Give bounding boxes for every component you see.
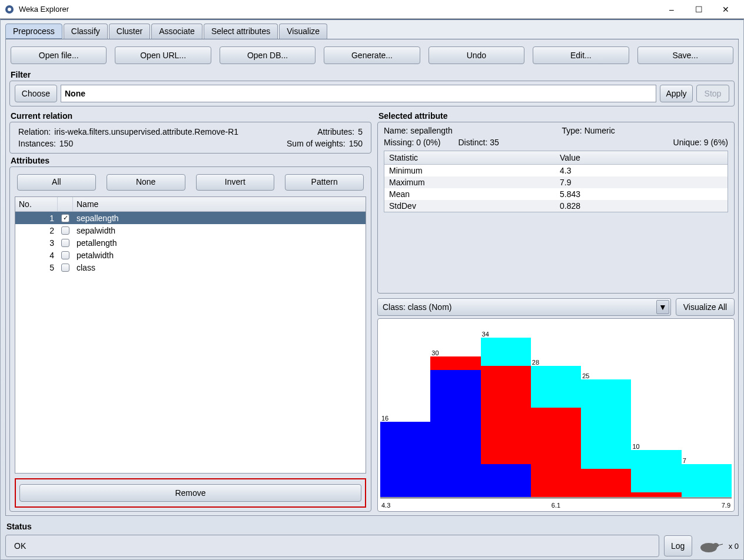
attributes-panel: All None Invert Pattern No. Name 1✓sepal… (9, 166, 371, 512)
histogram-bin[interactable]: 34 (481, 338, 531, 497)
histogram-bin[interactable]: 25 (581, 379, 631, 497)
stat-value: 4.3 (555, 165, 728, 176)
histogram-bin[interactable]: 7 (682, 464, 732, 497)
histogram-segment (481, 464, 531, 497)
save-button[interactable]: Save... (637, 46, 733, 64)
attr-checkbox[interactable] (61, 226, 69, 235)
histogram-segment (430, 356, 480, 371)
histogram-bin[interactable]: 28 (531, 366, 581, 498)
histogram-chart[interactable]: 1630342825107 4.3 6.1 7.9 (377, 318, 735, 512)
relation-value: iris-weka.filters.unsupervised.attribute… (54, 127, 238, 136)
bin-count-label: 10 (632, 443, 639, 450)
histogram-segment (380, 422, 430, 497)
bin-count-label: 34 (482, 331, 489, 338)
remove-highlight-box: Remove (15, 478, 366, 508)
all-button[interactable]: All (17, 174, 96, 191)
histogram-segment (531, 408, 581, 497)
attr-checkbox[interactable] (61, 251, 69, 259)
stat-header-value[interactable]: Value (555, 151, 728, 165)
svg-point-1 (8, 8, 11, 11)
stat-row[interactable]: StdDev0.828 (384, 200, 728, 212)
attr-no: 5 (15, 263, 58, 272)
histogram-segment (481, 338, 531, 366)
stat-key: StdDev (384, 200, 555, 212)
current-relation-panel: Relation:iris-weka.filters.unsupervised.… (9, 122, 371, 154)
attr-checkbox[interactable] (61, 239, 69, 247)
minimize-button[interactable]: – (658, 1, 685, 18)
bin-count-label: 30 (431, 349, 439, 356)
open-file-button[interactable]: Open file... (11, 46, 107, 64)
stat-table: Statistic Value Minimum4.3Maximum7.9Mean… (384, 151, 728, 212)
attr-name: sepalwidth (73, 226, 366, 235)
generate-button[interactable]: Generate... (324, 46, 420, 64)
attr-checkbox[interactable] (61, 264, 69, 272)
class-select[interactable]: Class: class (Nom) ▼ (377, 298, 671, 316)
stat-row[interactable]: Maximum7.9 (384, 176, 728, 188)
open-db-button[interactable]: Open DB... (220, 46, 315, 64)
filter-label: Filter (11, 70, 733, 79)
filter-text[interactable]: None (61, 85, 656, 102)
log-button[interactable]: Log (664, 535, 692, 556)
status-text: OK (5, 535, 659, 557)
histogram-segment (430, 370, 480, 497)
sel-name-key: Name: (384, 126, 408, 135)
attr-checkbox[interactable]: ✓ (61, 214, 69, 222)
tab-visualize[interactable]: Visualize (279, 24, 327, 39)
col-header-name[interactable]: Name (73, 197, 366, 211)
stat-key: Mean (384, 188, 555, 200)
attr-name: petalwidth (73, 251, 366, 260)
attribute-row[interactable]: 4petalwidth (15, 249, 366, 261)
col-header-check[interactable] (58, 197, 73, 211)
bin-count-label: 7 (683, 457, 686, 464)
tab-classify[interactable]: Classify (64, 24, 108, 39)
none-button[interactable]: None (107, 174, 185, 191)
stat-row[interactable]: Minimum4.3 (384, 165, 728, 176)
instances-key: Instances: (18, 139, 56, 148)
histogram-bin[interactable]: 16 (380, 422, 430, 497)
axis-min-label: 4.3 (381, 502, 390, 509)
tab-preprocess[interactable]: Preprocess (5, 24, 62, 39)
stat-value: 5.843 (555, 188, 728, 200)
stat-row[interactable]: Mean5.843 (384, 188, 728, 200)
bird-count: x 0 (729, 542, 739, 551)
bin-count-label: 28 (532, 359, 539, 366)
tab-cluster[interactable]: Cluster (109, 24, 150, 39)
histogram-segment (581, 469, 631, 497)
visualize-all-button[interactable]: Visualize All (676, 298, 735, 316)
attributes-value: 5 (358, 127, 363, 136)
undo-button[interactable]: Undo (429, 46, 524, 64)
histogram-bin[interactable]: 10 (631, 450, 681, 497)
open-url-button[interactable]: Open URL... (115, 46, 211, 64)
relation-key: Relation: (18, 127, 51, 136)
sel-unique-value: 9 (6%) (704, 138, 728, 147)
attribute-row[interactable]: 3petallength (15, 236, 366, 249)
stop-filter-button: Stop (696, 85, 729, 102)
class-select-label: Class: class (Nom) (383, 302, 451, 312)
close-button[interactable]: ✕ (712, 1, 739, 18)
apply-filter-button[interactable]: Apply (660, 85, 693, 102)
sel-missing-key: Missing: (384, 138, 414, 147)
choose-filter-button[interactable]: Choose (15, 85, 57, 102)
attr-no: 1 (15, 214, 58, 223)
tab-select-attributes[interactable]: Select attributes (204, 24, 278, 39)
tab-associate[interactable]: Associate (151, 24, 202, 39)
weka-bird-icon[interactable] (697, 538, 724, 554)
instances-value: 150 (59, 139, 73, 148)
remove-button[interactable]: Remove (19, 484, 361, 502)
stat-header-statistic[interactable]: Statistic (384, 151, 555, 165)
pattern-button[interactable]: Pattern (285, 174, 364, 191)
stat-value: 0.828 (555, 200, 728, 212)
attribute-row[interactable]: 5class (15, 261, 366, 274)
maximize-button[interactable]: ☐ (685, 1, 712, 18)
invert-button[interactable]: Invert (196, 174, 275, 191)
histogram-segment (531, 366, 581, 408)
attr-name: sepallength (73, 214, 366, 223)
attribute-row[interactable]: 2sepalwidth (15, 224, 366, 236)
histogram-bin[interactable]: 30 (430, 356, 480, 497)
sel-type-value: Numeric (584, 126, 615, 135)
col-header-no[interactable]: No. (15, 197, 58, 211)
axis-baseline (380, 498, 732, 498)
attribute-row[interactable]: 1✓sepallength (15, 212, 366, 224)
attr-no: 3 (15, 238, 58, 248)
edit-button[interactable]: Edit... (533, 46, 629, 64)
